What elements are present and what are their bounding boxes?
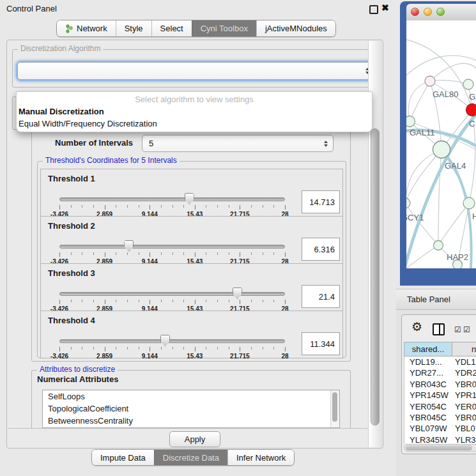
interval-definition-group: Interval Definition Number of Intervals …	[31, 127, 351, 362]
network-node[interactable]	[406, 116, 415, 127]
table-row[interactable]: YBR043CYBR0	[404, 379, 476, 390]
slider-track[interactable]	[59, 197, 285, 201]
slider-ticks	[59, 300, 285, 305]
table-row[interactable]: YDL19...YDL1	[404, 357, 476, 367]
cell[interactable]: YLR3	[452, 434, 476, 443]
cell[interactable]: YBR0	[452, 379, 476, 390]
table-row[interactable]: YER054CYER0	[404, 401, 476, 412]
network-node[interactable]	[434, 241, 443, 250]
threshold-slider[interactable]: -3.4262.8599.14415.4321.71528	[59, 196, 285, 215]
cell[interactable]: YDL1	[452, 357, 476, 367]
tab-network[interactable]: Network	[57, 20, 116, 36]
slider-thumb[interactable]	[185, 193, 194, 204]
tab-label: Cyni Toolbox	[201, 24, 248, 33]
threshold-slider[interactable]: -3.4262.8599.14415.4321.71528	[59, 243, 285, 263]
cell[interactable]: YBR0	[452, 412, 476, 423]
table-header-row: shared... n	[404, 342, 476, 357]
minimize-traffic-light-icon[interactable]	[424, 8, 432, 16]
slider-track[interactable]	[59, 245, 285, 249]
algorithm-combobox[interactable]	[17, 62, 375, 80]
checkbox-icon[interactable]: ☑	[454, 326, 461, 334]
cell[interactable]: YBL079W	[404, 423, 452, 434]
network-node[interactable]	[466, 104, 476, 116]
cell[interactable]: YER054C	[404, 401, 452, 412]
cell[interactable]: YDR27...	[404, 367, 452, 378]
threshold-value-field[interactable]: 6.316	[302, 238, 340, 261]
dropdown-option-equal-width[interactable]: Equal Width/Frequency Discretization	[17, 118, 372, 130]
columns-icon[interactable]	[433, 323, 445, 335]
list-scrollbar-thumb[interactable]	[332, 392, 337, 422]
cell[interactable]: YBR043C	[404, 379, 452, 390]
table-row[interactable]: YBL079WYBL0	[404, 423, 476, 434]
tick-label: 9.144	[142, 353, 158, 360]
cell[interactable]: YER0	[452, 401, 476, 412]
list-scrollbar[interactable]	[330, 390, 339, 427]
table-rows: YDL19...YDL1 YDR27...YDR2 YBR043CYBR0 YP…	[404, 357, 476, 443]
apply-button[interactable]: Apply	[169, 431, 220, 447]
threshold-slider[interactable]: -3.4262.8599.14415.4321.71528	[59, 291, 285, 310]
network-node[interactable]	[463, 79, 473, 89]
close-icon[interactable]: ✖	[381, 3, 389, 13]
network-node[interactable]	[433, 141, 450, 158]
list-item[interactable]: TopologicalCoefficient	[43, 403, 339, 415]
zoom-traffic-light-icon[interactable]	[436, 8, 445, 16]
column-header-shared[interactable]: shared...	[404, 342, 452, 357]
right-pane: GAL80GACGAL11GAL4GCY1HHAP2 Table Panel ⚙…	[396, 0, 476, 476]
list-item[interactable]: SelfLoops	[43, 390, 339, 403]
table-row[interactable]: YLR345WYLR3	[404, 434, 476, 443]
tab-infer-network[interactable]: Infer Network	[227, 450, 294, 465]
threshold-label: Threshold 4	[48, 316, 95, 325]
cell[interactable]: YPR145W	[404, 390, 452, 401]
number-of-intervals-label: Number of Intervals	[55, 138, 133, 148]
panel-scrollbar-thumb[interactable]	[371, 128, 380, 426]
network-window-titlebar[interactable]	[406, 4, 476, 21]
table-horizontal-scrollbar-thumb[interactable]	[406, 445, 472, 450]
table-horizontal-scrollbar[interactable]	[404, 444, 476, 452]
tab-label: Discretize Data	[163, 453, 219, 463]
cell[interactable]: YLR345W	[404, 434, 452, 443]
network-node[interactable]	[425, 76, 435, 86]
dropdown-option-manual-discretization[interactable]: Manual Discretization	[17, 105, 372, 118]
table-row[interactable]: YBR045CYBR0	[404, 412, 476, 423]
network-node[interactable]	[406, 198, 410, 208]
numerical-attributes-label: Numerical Attributes	[37, 374, 118, 384]
slider-thumb[interactable]	[233, 288, 242, 299]
column-header-name[interactable]: n	[452, 342, 476, 357]
dropdown-placeholder-option[interactable]: Select algorithm to view settings	[17, 94, 372, 105]
network-canvas[interactable]: GAL80GACGAL11GAL4GCY1HHAP2	[406, 20, 476, 268]
checkbox-icon[interactable]: ☑	[463, 326, 470, 334]
tab-select[interactable]: Select	[151, 20, 192, 36]
number-of-intervals-combobox[interactable]: 5	[142, 135, 334, 152]
slider-track[interactable]	[59, 292, 285, 296]
table-row[interactable]: YPR145WYPR1	[404, 390, 476, 401]
threshold-value-field[interactable]: 14.713	[302, 190, 340, 213]
network-node[interactable]	[463, 197, 475, 209]
slider-track[interactable]	[59, 339, 285, 343]
table-row[interactable]: YDR27...YDR2	[404, 367, 476, 378]
float-window-icon[interactable]	[369, 5, 378, 14]
numerical-attributes-list[interactable]: SelfLoops TopologicalCoefficient Between…	[42, 390, 340, 428]
combo-stepper-icon[interactable]	[324, 141, 328, 147]
threshold-value-field[interactable]: 21.4	[302, 285, 340, 308]
tab-jactivemnodules[interactable]: jActiveMNodules	[256, 20, 335, 36]
gear-icon[interactable]: ⚙	[411, 321, 422, 333]
cell[interactable]: YDR2	[452, 367, 476, 378]
slider-thumb[interactable]	[124, 240, 134, 252]
cell[interactable]: YDL19...	[404, 357, 452, 367]
slider-ticks	[59, 347, 285, 352]
threshold-value-field[interactable]: 11.344	[302, 332, 340, 355]
list-item[interactable]: BetweennessCentrality	[43, 415, 339, 427]
close-traffic-light-icon[interactable]	[411, 8, 419, 16]
network-node-label: GAL80	[433, 89, 458, 99]
threshold-slider[interactable]: -3.4262.8599.14415.4321.71528	[59, 338, 285, 357]
control-panel: Control Panel ✖ Network Style Select Cyn…	[0, 0, 397, 476]
tab-cyni-toolbox[interactable]: Cyni Toolbox	[192, 20, 256, 36]
cell[interactable]: YPR1	[452, 390, 476, 401]
tab-impute-data[interactable]: Impute Data	[92, 450, 154, 465]
tab-style[interactable]: Style	[116, 20, 151, 36]
threshold-panel-2: Threshold 2 -3.4262.8599.14415.4321.7152…	[40, 216, 343, 264]
slider-thumb[interactable]	[160, 335, 170, 346]
cell[interactable]: YBR045C	[404, 412, 452, 423]
cell[interactable]: YBL0	[452, 423, 476, 434]
tab-discretize-data[interactable]: Discretize Data	[154, 450, 227, 465]
